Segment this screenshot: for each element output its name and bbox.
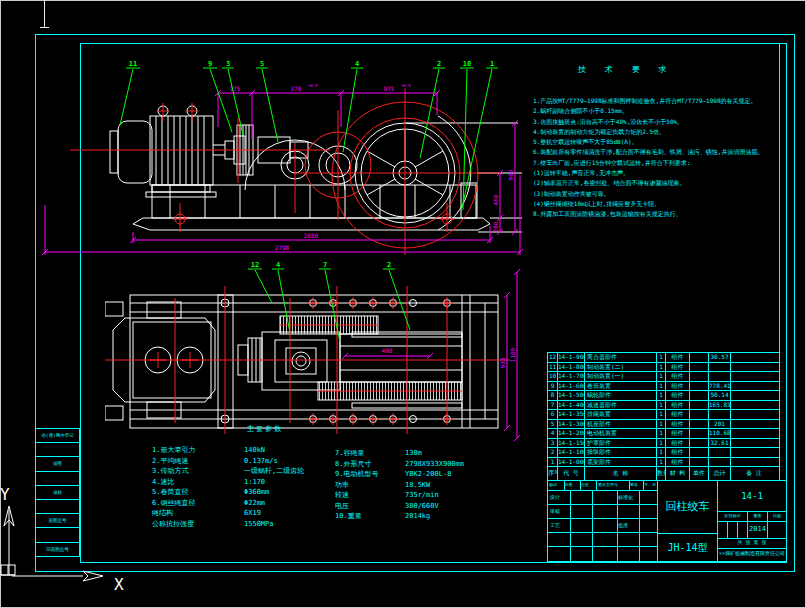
dim-490: 490 bbox=[382, 347, 393, 354]
note-line: (3)制动装置动作灵敏可靠。 bbox=[533, 189, 785, 199]
balloon-12: 12 bbox=[251, 261, 259, 269]
balloon-1: 1 bbox=[490, 60, 494, 68]
drawing-number: 14-1 bbox=[718, 491, 786, 501]
dim-370-tol: +0.5 bbox=[308, 83, 318, 88]
param-row: 1.最大牵引力140kN bbox=[152, 445, 337, 456]
crosshair-icon bbox=[44, 0, 45, 28]
dim-460: 460 bbox=[492, 194, 499, 205]
table-row: 1114-1-800制动装置(二) 1组件 bbox=[548, 362, 779, 372]
header-cell: 名 称 bbox=[585, 467, 657, 480]
weight-value: 2014 bbox=[748, 525, 767, 533]
header-cell: 备 注 bbox=[731, 467, 777, 480]
header-cell: 总计 bbox=[709, 467, 731, 480]
dim-975: 975 bbox=[384, 85, 395, 92]
rev-doc-label: 更改文件号 bbox=[598, 482, 628, 487]
rev-sign-label: 签名 bbox=[630, 482, 643, 487]
plan-centerlines bbox=[105, 286, 510, 434]
dim-175: 175 bbox=[230, 85, 241, 92]
param-row: 电压380/660V bbox=[335, 501, 495, 512]
x-axis-label: X bbox=[114, 575, 124, 594]
process-label: 工艺 bbox=[550, 522, 560, 528]
note-line: 6.装配前所有零件须清洗干净,配合面不得有毛刺、铁屑、油污、锈蚀,并涂润滑油脂。 bbox=[533, 147, 785, 157]
header-cell: 代 号 bbox=[558, 467, 585, 480]
param-row: 10.重量2014kg bbox=[335, 511, 495, 522]
note-line: 5.整机空载运转噪声不大于85dB(A)。 bbox=[533, 137, 785, 147]
header-cell: 单件 bbox=[690, 467, 709, 480]
params-list-left[interactable]: 1.最大牵引力140kN 2.平均绳速0.137m/s 3.传动方式一级蜗杆,二… bbox=[152, 445, 337, 529]
margin-row: 借(通)用件登记 bbox=[36, 429, 79, 443]
params-list-right[interactable]: 7.容绳量130m 8.外形尺寸2798X933X900mm 9.电动机型号YB… bbox=[335, 448, 495, 522]
company-name: ××煤矿机械制造有限责任公司 bbox=[718, 550, 786, 556]
table-row: 114-1-000底架部件 1组件 bbox=[548, 457, 779, 467]
table-row: 1214-1-900离合器部件 1组件 30.57 bbox=[548, 352, 779, 362]
design-label: 设计 bbox=[550, 494, 560, 500]
ucs-axis-icon: Y X bbox=[0, 470, 140, 605]
dim-933: 933 bbox=[499, 357, 506, 368]
balloon-10: 10 bbox=[463, 60, 471, 68]
dim-280: 280 bbox=[492, 221, 499, 232]
rev-count-label: 处数 bbox=[565, 482, 580, 487]
table-row: 614-1-350排绳装置 1组件 bbox=[548, 409, 779, 419]
balloon-3: 3 bbox=[226, 60, 230, 68]
param-row: 9.电动机型号YBK2-200L-8 bbox=[335, 469, 495, 480]
dim-900: 900 bbox=[507, 169, 514, 180]
param-row: 转速735r/min bbox=[335, 490, 495, 501]
balloon-5: 5 bbox=[260, 60, 264, 68]
scale-label: 比例 bbox=[768, 513, 786, 518]
note-line: 3.齿面接触斑点:沿齿高不小于40%,沿齿长不小于50%。 bbox=[533, 117, 785, 127]
param-row: 8.外形尺寸2798X933X900mm bbox=[335, 459, 495, 470]
title-block[interactable]: 标记 处数 分区 更改文件号 签名 年、月、日 设计 标准化 审核 工艺 批准 … bbox=[547, 480, 787, 562]
table-row: 714-1-400减速器部件 1组件 165.83 bbox=[548, 400, 779, 410]
header-cell: 材 料 bbox=[666, 467, 690, 480]
note-line: 7.绞车出厂前,应进行15分钟空载试运转,并符合下列要求: bbox=[533, 158, 785, 168]
param-row: 5.卷筒直径Φ360mm bbox=[152, 487, 337, 498]
sheet-info: 共 张 第 张 bbox=[718, 539, 786, 545]
check-label: 审核 bbox=[550, 508, 560, 514]
balloon-4: 4 bbox=[355, 60, 359, 68]
rev-zone-label: 分区 bbox=[581, 482, 596, 487]
rev-date-label: 年、月、日 bbox=[644, 482, 657, 487]
balloon-2: 2 bbox=[437, 60, 441, 68]
param-row: 2.平均绳速0.137m/s bbox=[152, 456, 337, 467]
cad-drawing-canvas[interactable]: 175 370 +0.5 975 +0.5 2650 2798 460 280 … bbox=[0, 0, 806, 608]
notes-title: 技 术 要 求 bbox=[578, 64, 673, 75]
note-line: (4)钢丝绳缠绕10m以上时,排绳应整齐无卡阻。 bbox=[533, 199, 785, 209]
table-row: 414-1-200电动机装置 1组件 110.68 bbox=[548, 428, 779, 438]
parts-table[interactable]: 1214-1-900离合器部件 1组件 30.57 1114-1-800制动装置… bbox=[547, 352, 780, 481]
param-row: 功率18.5KW bbox=[335, 480, 495, 491]
stage-label: 阶段标记 bbox=[718, 513, 747, 518]
standard-label: 标准化 bbox=[618, 494, 633, 500]
margin-row bbox=[36, 443, 79, 457]
rev-mark-label: 标记 bbox=[549, 482, 564, 487]
balloon-7: 7 bbox=[323, 261, 327, 269]
balloon-11: 11 bbox=[129, 60, 137, 68]
technical-notes[interactable]: 1.产品按MT/T779—1998标准和图样制造验收,并符合MT/T779—19… bbox=[533, 96, 785, 220]
balloon-9: 9 bbox=[208, 60, 212, 68]
header-cell: 序号 bbox=[548, 467, 558, 480]
note-line: 8.外露加工表面涂防锈油漆,包装运输按有关规定执行。 bbox=[533, 209, 785, 219]
weight-label: 重量 bbox=[748, 513, 767, 518]
y-axis-label: Y bbox=[0, 485, 10, 504]
table-row: 1014-1-700制动装置(一) 1组件 bbox=[548, 371, 779, 381]
param-row: 3.传动方式一级蜗杆,二级齿轮 bbox=[152, 466, 337, 477]
parts-rows: 1214-1-900离合器部件 1组件 30.57 1114-1-800制动装置… bbox=[548, 352, 779, 466]
model-number: JH-14型 bbox=[658, 541, 717, 555]
product-name: 回柱绞车 bbox=[658, 499, 717, 514]
table-row: 814-1-500蜗轮部件 1组件 50.14 bbox=[548, 390, 779, 400]
table-row: 214-1-100操纵部件 1组件 bbox=[548, 447, 779, 457]
plan-view-drawing[interactable]: 933 1100 490 12 4 7 2 bbox=[105, 258, 525, 443]
note-line: (1)运转平稳,声音正常,无冲击声。 bbox=[533, 168, 785, 178]
params-title: 主要参数 bbox=[247, 424, 283, 434]
plan-machine-outline bbox=[105, 295, 498, 428]
dim-975-tol: +0.5 bbox=[401, 83, 411, 88]
table-row: 514-1-300机座部件 1组件 201 bbox=[548, 419, 779, 429]
header-cell: 数量 bbox=[657, 467, 666, 480]
dim-2798: 2798 bbox=[275, 244, 290, 251]
table-row: 914-1-600卷筒装置 1组件 778.41 bbox=[548, 381, 779, 391]
param-row: 4.速比1:170 bbox=[152, 477, 337, 488]
front-view-drawing[interactable]: 175 370 +0.5 975 +0.5 2650 2798 460 280 … bbox=[40, 55, 530, 260]
note-line: 2.蜗杆副啮合侧隙不小于0.15mm。 bbox=[533, 106, 785, 116]
param-row: 7.容绳量130m bbox=[335, 448, 495, 459]
dim-2650: 2650 bbox=[304, 232, 319, 239]
param-row: 绳结构6X19 bbox=[152, 508, 337, 519]
